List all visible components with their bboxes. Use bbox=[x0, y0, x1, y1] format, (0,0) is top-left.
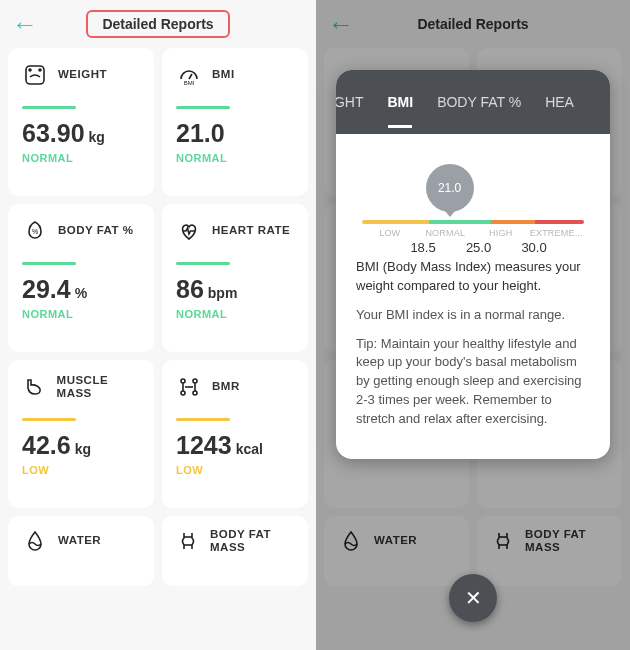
card-status: LOW bbox=[22, 464, 142, 476]
card-value: 1243 bbox=[176, 431, 232, 460]
svg-point-8 bbox=[181, 391, 185, 395]
tab-heart[interactable]: HEA bbox=[533, 94, 586, 110]
desc-p1: Your BMI index is in a normal range. bbox=[356, 306, 590, 325]
page-title: Detailed Reports bbox=[102, 16, 213, 32]
range-low: LOW bbox=[362, 228, 418, 238]
detail-modal: IGHT BMI BODY FAT % HEA 21.0 LOW NORMAL … bbox=[336, 70, 610, 459]
card-status: NORMAL bbox=[22, 152, 142, 164]
card-label: MUSCLE MASS bbox=[57, 374, 142, 400]
scale-icon bbox=[22, 62, 48, 88]
gauge-tick-values: 18.5 25.0 30.0 bbox=[362, 240, 584, 255]
title-highlight-box: Detailed Reports bbox=[86, 10, 229, 38]
metric-grid: WEIGHT 63.90 kg NORMAL BMI BMI 21.0 NORM… bbox=[0, 48, 316, 594]
accent-bar bbox=[22, 418, 76, 421]
gauge-icon: BMI bbox=[176, 62, 202, 88]
tab-weight[interactable]: IGHT bbox=[336, 94, 375, 110]
tab-bodyfat[interactable]: BODY FAT % bbox=[425, 94, 533, 110]
tick-val: 18.5 bbox=[395, 240, 451, 255]
card-bmi[interactable]: BMI BMI 21.0 NORMAL bbox=[162, 48, 308, 196]
card-status: NORMAL bbox=[176, 152, 296, 164]
range-high: HIGH bbox=[473, 228, 529, 238]
bodyfatmass-icon bbox=[176, 528, 200, 554]
modal-body: 21.0 LOW NORMAL HIGH EXTREME... 18.5 25.… bbox=[336, 134, 610, 459]
card-value: 42.6 bbox=[22, 431, 71, 460]
card-bmr[interactable]: BMR 1243 kcal LOW bbox=[162, 360, 308, 508]
svg-point-1 bbox=[29, 69, 31, 71]
card-label: BODY FAT % bbox=[58, 224, 134, 237]
card-label: WEIGHT bbox=[58, 68, 107, 81]
gauge-bar bbox=[362, 220, 584, 224]
desc-p2: Tip: Maintain your healthy lifestyle and… bbox=[356, 335, 590, 429]
water-icon bbox=[22, 528, 48, 554]
desc-heading: BMI (Body Mass Index) measures your weig… bbox=[356, 258, 590, 296]
card-status: NORMAL bbox=[176, 308, 296, 320]
close-button[interactable]: ✕ bbox=[449, 574, 497, 622]
muscle-icon bbox=[22, 374, 47, 400]
gauge-range-labels: LOW NORMAL HIGH EXTREME... bbox=[362, 228, 584, 238]
card-weight[interactable]: WEIGHT 63.90 kg NORMAL bbox=[8, 48, 154, 196]
modal-tabs: IGHT BMI BODY FAT % HEA bbox=[336, 70, 610, 134]
card-label: HEART RATE bbox=[212, 224, 290, 237]
card-label: WATER bbox=[58, 534, 101, 547]
back-button[interactable]: ← bbox=[12, 9, 38, 40]
svg-point-9 bbox=[193, 391, 197, 395]
tick-val: 25.0 bbox=[451, 240, 507, 255]
card-unit: kg bbox=[75, 441, 91, 457]
modal-description: BMI (Body Mass Index) measures your weig… bbox=[356, 258, 590, 429]
tab-bmi[interactable]: BMI bbox=[375, 94, 425, 110]
svg-point-7 bbox=[193, 379, 197, 383]
right-pane: ← Detailed Reports WATER BODY FAT MASS bbox=[316, 0, 630, 650]
card-value: 29.4 bbox=[22, 275, 71, 304]
svg-point-6 bbox=[181, 379, 185, 383]
heart-icon bbox=[176, 218, 202, 244]
close-icon: ✕ bbox=[465, 586, 482, 610]
card-unit: kcal bbox=[236, 441, 263, 457]
gauge-value: 21.0 bbox=[426, 164, 474, 212]
card-bodyfatmass[interactable]: BODY FAT MASS bbox=[162, 516, 308, 586]
card-status: NORMAL bbox=[22, 308, 142, 320]
bmr-icon bbox=[176, 374, 202, 400]
bodyfat-icon: % bbox=[22, 218, 48, 244]
card-label: BMI bbox=[212, 68, 235, 81]
range-extreme: EXTREME... bbox=[529, 228, 585, 238]
card-label: BODY FAT MASS bbox=[210, 528, 296, 554]
range-normal: NORMAL bbox=[418, 228, 474, 238]
left-pane: ← Detailed Reports WEIGHT 63.90 kg NORMA… bbox=[0, 0, 316, 650]
accent-bar bbox=[176, 418, 230, 421]
accent-bar bbox=[22, 262, 76, 265]
svg-text:%: % bbox=[32, 228, 38, 235]
card-muscle[interactable]: MUSCLE MASS 42.6 kg LOW bbox=[8, 360, 154, 508]
svg-line-3 bbox=[189, 74, 192, 79]
card-heartrate[interactable]: HEART RATE 86 bpm NORMAL bbox=[162, 204, 308, 352]
svg-point-2 bbox=[39, 69, 41, 71]
card-label: BMR bbox=[212, 380, 240, 393]
accent-bar bbox=[176, 262, 230, 265]
card-value: 63.90 bbox=[22, 119, 85, 148]
accent-bar bbox=[22, 106, 76, 109]
gauge: 21.0 LOW NORMAL HIGH EXTREME... 18.5 25.… bbox=[356, 168, 590, 258]
svg-text:BMI: BMI bbox=[184, 80, 195, 86]
accent-bar bbox=[176, 106, 230, 109]
header: ← Detailed Reports bbox=[0, 0, 316, 48]
card-value: 86 bbox=[176, 275, 204, 304]
card-unit: kg bbox=[89, 129, 105, 145]
tick-val: 30.0 bbox=[506, 240, 562, 255]
card-unit: % bbox=[75, 285, 87, 301]
card-status: LOW bbox=[176, 464, 296, 476]
card-bodyfat[interactable]: % BODY FAT % 29.4 % NORMAL bbox=[8, 204, 154, 352]
card-water[interactable]: WATER bbox=[8, 516, 154, 586]
card-unit: bpm bbox=[208, 285, 238, 301]
card-value: 21.0 bbox=[176, 119, 225, 148]
